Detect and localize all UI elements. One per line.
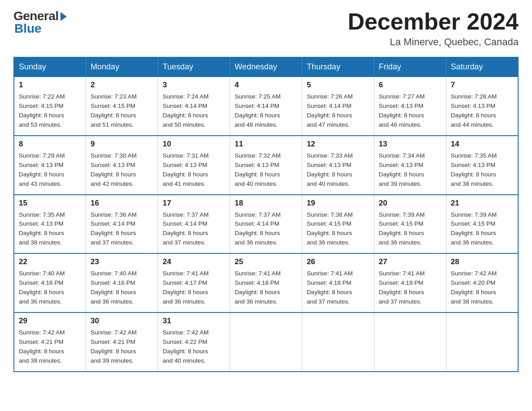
- day-number: 10: [163, 140, 225, 149]
- header-thursday: Thursday: [302, 57, 374, 77]
- day-number: 28: [451, 257, 513, 266]
- logo: General Blue: [13, 9, 67, 36]
- day-info: Sunrise: 7:42 AMSunset: 4:21 PMDaylight:…: [19, 328, 81, 366]
- calendar-cell: 2Sunrise: 7:23 AMSunset: 4:15 PMDaylight…: [86, 77, 158, 136]
- day-number: 1: [19, 81, 81, 90]
- calendar-cell: 9Sunrise: 7:30 AMSunset: 4:13 PMDaylight…: [86, 136, 158, 195]
- calendar-cell: 17Sunrise: 7:37 AMSunset: 4:14 PMDayligh…: [158, 195, 230, 254]
- day-info: Sunrise: 7:37 AMSunset: 4:14 PMDaylight:…: [235, 210, 297, 248]
- day-number: 27: [379, 257, 442, 266]
- day-info: Sunrise: 7:40 AMSunset: 4:16 PMDaylight:…: [90, 269, 153, 307]
- calendar-cell: 26Sunrise: 7:41 AMSunset: 4:18 PMDayligh…: [302, 253, 374, 313]
- day-info: Sunrise: 7:29 AMSunset: 4:13 PMDaylight:…: [19, 151, 81, 189]
- day-info: Sunrise: 7:42 AMSunset: 4:22 PMDaylight:…: [163, 328, 225, 366]
- day-info: Sunrise: 7:32 AMSunset: 4:13 PMDaylight:…: [235, 151, 297, 189]
- day-info: Sunrise: 7:40 AMSunset: 4:16 PMDaylight:…: [19, 269, 81, 307]
- day-number: 5: [307, 81, 369, 90]
- day-number: 7: [451, 81, 513, 90]
- calendar-cell: 6Sunrise: 7:27 AMSunset: 4:13 PMDaylight…: [374, 77, 446, 136]
- calendar-cell: 27Sunrise: 7:41 AMSunset: 4:19 PMDayligh…: [374, 253, 446, 313]
- day-info: Sunrise: 7:36 AMSunset: 4:14 PMDaylight:…: [90, 210, 153, 248]
- day-info: Sunrise: 7:27 AMSunset: 4:13 PMDaylight:…: [379, 92, 442, 130]
- day-info: Sunrise: 7:35 AMSunset: 4:13 PMDaylight:…: [451, 151, 513, 189]
- day-number: 6: [379, 81, 442, 90]
- calendar-week-1: 1Sunrise: 7:22 AMSunset: 4:15 PMDaylight…: [14, 77, 518, 136]
- location-subtitle: La Minerve, Quebec, Canada: [348, 36, 519, 48]
- day-info: Sunrise: 7:25 AMSunset: 4:14 PMDaylight:…: [235, 92, 297, 130]
- calendar-cell: 31Sunrise: 7:42 AMSunset: 4:22 PMDayligh…: [158, 313, 230, 372]
- day-number: 29: [19, 317, 81, 325]
- calendar-cell: 25Sunrise: 7:41 AMSunset: 4:18 PMDayligh…: [230, 253, 302, 313]
- day-number: 25: [235, 257, 297, 266]
- calendar-cell: [446, 313, 518, 372]
- day-info: Sunrise: 7:39 AMSunset: 4:15 PMDaylight:…: [379, 210, 442, 248]
- day-number: 14: [451, 140, 513, 149]
- calendar-cell: 22Sunrise: 7:40 AMSunset: 4:16 PMDayligh…: [14, 253, 86, 313]
- day-number: 20: [379, 199, 442, 208]
- day-number: 23: [90, 257, 153, 266]
- calendar-cell: 20Sunrise: 7:39 AMSunset: 4:15 PMDayligh…: [374, 195, 446, 254]
- day-info: Sunrise: 7:39 AMSunset: 4:15 PMDaylight:…: [451, 210, 513, 248]
- calendar-cell: 19Sunrise: 7:38 AMSunset: 4:15 PMDayligh…: [302, 195, 374, 254]
- day-number: 19: [307, 199, 369, 208]
- day-number: 11: [235, 140, 297, 149]
- day-info: Sunrise: 7:33 AMSunset: 4:13 PMDaylight:…: [307, 151, 369, 189]
- calendar-cell: 18Sunrise: 7:37 AMSunset: 4:14 PMDayligh…: [230, 195, 302, 254]
- calendar-cell: 3Sunrise: 7:24 AMSunset: 4:14 PMDaylight…: [158, 77, 230, 136]
- calendar-cell: 15Sunrise: 7:35 AMSunset: 4:13 PMDayligh…: [14, 195, 86, 254]
- header-friday: Friday: [374, 57, 446, 77]
- day-number: 8: [19, 140, 81, 149]
- page-header: General Blue December 2024 La Minerve, Q…: [13, 9, 519, 48]
- day-number: 2: [90, 81, 153, 90]
- day-info: Sunrise: 7:42 AMSunset: 4:21 PMDaylight:…: [90, 328, 153, 366]
- title-area: December 2024 La Minerve, Quebec, Canada: [348, 9, 519, 48]
- calendar-cell: 11Sunrise: 7:32 AMSunset: 4:13 PMDayligh…: [230, 136, 302, 195]
- calendar-cell: 13Sunrise: 7:34 AMSunset: 4:13 PMDayligh…: [374, 136, 446, 195]
- calendar-cell: 23Sunrise: 7:40 AMSunset: 4:16 PMDayligh…: [86, 253, 158, 313]
- day-number: 31: [163, 317, 225, 325]
- day-info: Sunrise: 7:35 AMSunset: 4:13 PMDaylight:…: [19, 210, 81, 248]
- calendar-cell: 29Sunrise: 7:42 AMSunset: 4:21 PMDayligh…: [14, 313, 86, 372]
- day-number: 13: [379, 140, 442, 149]
- calendar-cell: 30Sunrise: 7:42 AMSunset: 4:21 PMDayligh…: [86, 313, 158, 372]
- calendar-cell: 4Sunrise: 7:25 AMSunset: 4:14 PMDaylight…: [230, 77, 302, 136]
- calendar-cell: [302, 313, 374, 372]
- calendar-cell: [374, 313, 446, 372]
- day-info: Sunrise: 7:30 AMSunset: 4:13 PMDaylight:…: [90, 151, 153, 189]
- day-info: Sunrise: 7:37 AMSunset: 4:14 PMDaylight:…: [163, 210, 225, 248]
- calendar-cell: 10Sunrise: 7:31 AMSunset: 4:13 PMDayligh…: [158, 136, 230, 195]
- calendar-cell: 14Sunrise: 7:35 AMSunset: 4:13 PMDayligh…: [446, 136, 518, 195]
- day-number: 24: [163, 257, 225, 266]
- calendar-week-3: 15Sunrise: 7:35 AMSunset: 4:13 PMDayligh…: [14, 195, 518, 254]
- calendar-cell: 21Sunrise: 7:39 AMSunset: 4:15 PMDayligh…: [446, 195, 518, 254]
- logo-arrow-icon: [60, 12, 67, 21]
- day-info: Sunrise: 7:41 AMSunset: 4:18 PMDaylight:…: [307, 269, 369, 307]
- header-sunday: Sunday: [14, 57, 86, 77]
- calendar-cell: 12Sunrise: 7:33 AMSunset: 4:13 PMDayligh…: [302, 136, 374, 195]
- day-info: Sunrise: 7:41 AMSunset: 4:18 PMDaylight:…: [235, 269, 297, 307]
- day-info: Sunrise: 7:24 AMSunset: 4:14 PMDaylight:…: [163, 92, 225, 130]
- day-number: 12: [307, 140, 369, 149]
- day-info: Sunrise: 7:42 AMSunset: 4:20 PMDaylight:…: [451, 269, 513, 307]
- day-info: Sunrise: 7:41 AMSunset: 4:17 PMDaylight:…: [163, 269, 225, 307]
- day-number: 15: [19, 199, 81, 208]
- calendar-week-4: 22Sunrise: 7:40 AMSunset: 4:16 PMDayligh…: [14, 253, 518, 313]
- month-year-title: December 2024: [348, 9, 519, 34]
- header-tuesday: Tuesday: [158, 57, 230, 77]
- day-info: Sunrise: 7:31 AMSunset: 4:13 PMDaylight:…: [163, 151, 225, 189]
- day-info: Sunrise: 7:34 AMSunset: 4:13 PMDaylight:…: [379, 151, 442, 189]
- day-info: Sunrise: 7:41 AMSunset: 4:19 PMDaylight:…: [379, 269, 442, 307]
- calendar-cell: 1Sunrise: 7:22 AMSunset: 4:15 PMDaylight…: [14, 77, 86, 136]
- calendar-week-5: 29Sunrise: 7:42 AMSunset: 4:21 PMDayligh…: [14, 313, 518, 372]
- header-saturday: Saturday: [446, 57, 518, 77]
- day-number: 22: [19, 257, 81, 266]
- calendar-cell: 8Sunrise: 7:29 AMSunset: 4:13 PMDaylight…: [14, 136, 86, 195]
- header-monday: Monday: [86, 57, 158, 77]
- header-wednesday: Wednesday: [230, 57, 302, 77]
- calendar-cell: [230, 313, 302, 372]
- calendar-cell: 28Sunrise: 7:42 AMSunset: 4:20 PMDayligh…: [446, 253, 518, 313]
- calendar-header-row: SundayMondayTuesdayWednesdayThursdayFrid…: [14, 57, 518, 77]
- calendar-table: SundayMondayTuesdayWednesdayThursdayFrid…: [13, 57, 519, 372]
- day-number: 30: [90, 317, 153, 325]
- day-number: 21: [451, 199, 513, 208]
